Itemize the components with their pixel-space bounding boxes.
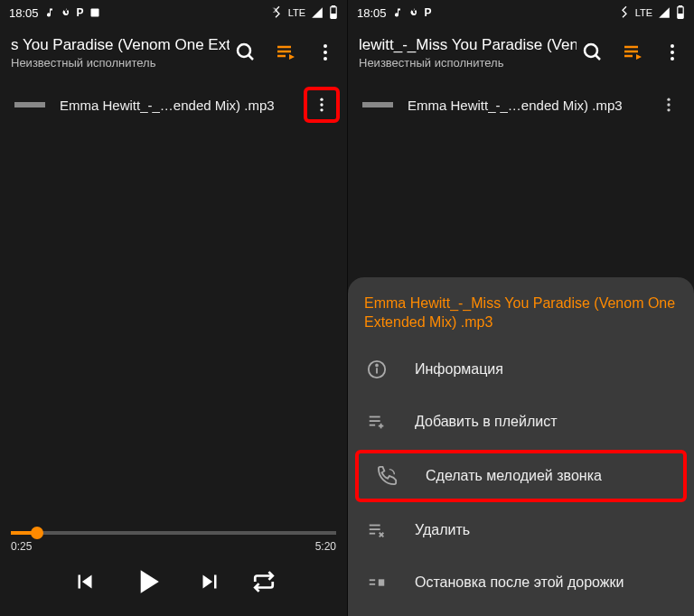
svg-point-4 (238, 44, 250, 57)
header-title: lewitt_-_Miss You Paradise (Ven (359, 36, 577, 54)
menu-label: Удалить (415, 522, 470, 538)
screen-left: 18:05 P LTE s You Paradise (Venom One Ex… (0, 0, 347, 616)
delete-icon (364, 518, 389, 543)
stop-after-icon (364, 570, 389, 595)
playlist-add-icon (364, 409, 389, 434)
svg-rect-44 (379, 579, 384, 585)
playlist-button[interactable] (616, 36, 649, 69)
screen-right: 18:05 P LTE lewitt_-_Miss You Paradise (… (347, 0, 694, 616)
svg-point-25 (671, 57, 674, 61)
svg-rect-16 (679, 5, 681, 7)
image-icon (89, 7, 100, 18)
menu-label: Сделать мелодией звонка (426, 468, 602, 484)
playlist-button[interactable] (269, 36, 302, 69)
vibrate-icon (615, 5, 630, 20)
music-note-icon (44, 7, 55, 18)
search-button[interactable] (577, 36, 609, 69)
network-label: LTE (288, 7, 305, 18)
svg-point-10 (324, 51, 327, 54)
track-thumb (14, 102, 45, 107)
track-thumb (362, 102, 393, 107)
svg-point-24 (671, 51, 674, 54)
svg-point-26 (667, 98, 670, 101)
header-subtitle: Неизвестный исполнитель (11, 56, 230, 70)
more-button[interactable] (309, 36, 342, 69)
player-bar: 0:25 5:20 (0, 524, 347, 616)
status-time: 18:05 (357, 6, 387, 20)
svg-line-5 (249, 55, 253, 60)
seek-thumb[interactable] (31, 527, 43, 539)
search-icon (582, 42, 604, 63)
p-icon: P (77, 6, 84, 19)
info-icon (364, 357, 389, 382)
status-bar: 18:05 P LTE (0, 0, 347, 25)
signal-icon (311, 6, 324, 19)
app-header: lewitt_-_Miss You Paradise (Ven Неизвест… (348, 25, 694, 79)
more-vert-icon (313, 96, 331, 114)
svg-point-31 (376, 365, 378, 367)
search-button[interactable] (230, 36, 262, 69)
track-more-button[interactable] (304, 87, 340, 123)
bottom-sheet: Emma Hewitt_-_Miss You Paradise (Venom O… (348, 277, 694, 616)
signal-icon (658, 6, 671, 19)
more-vert-icon (660, 96, 678, 114)
network-label: LTE (635, 7, 652, 18)
play-button[interactable] (127, 562, 167, 602)
time-duration: 5:20 (315, 540, 336, 553)
playlist-icon (275, 42, 296, 63)
more-vert-icon (314, 42, 336, 63)
playlist-icon (622, 42, 643, 63)
svg-line-19 (596, 55, 600, 60)
svg-point-18 (585, 44, 597, 57)
phone-icon (375, 463, 400, 489)
status-bar: 18:05 P LTE (348, 0, 694, 25)
track-title: Emma Hewitt_-_…ended Mix) .mp3 (60, 98, 304, 113)
svg-rect-3 (332, 14, 336, 18)
skip-next-icon (196, 568, 223, 595)
track-row[interactable]: Emma Hewitt_-_…ended Mix) .mp3 (348, 79, 694, 130)
menu-label: Добавить в плейлист (415, 414, 558, 430)
menu-item-add-playlist[interactable]: Добавить в плейлист (348, 396, 694, 448)
menu-label: Остановка после этой дорожки (415, 574, 624, 591)
more-vert-icon (661, 42, 683, 63)
svg-point-23 (671, 44, 674, 48)
menu-item-delete[interactable]: Удалить (348, 504, 694, 556)
play-icon (127, 562, 167, 602)
track-title: Emma Hewitt_-_…ended Mix) .mp3 (408, 98, 651, 113)
svg-point-14 (320, 108, 323, 111)
sheet-title: Emma Hewitt_-_Miss You Paradise (Venom O… (348, 294, 694, 343)
flame-icon (408, 7, 419, 18)
menu-item-stop-after[interactable]: Остановка после этой дорожки (348, 556, 694, 609)
track-more-button[interactable] (651, 87, 687, 123)
svg-point-12 (320, 98, 323, 101)
more-button[interactable] (656, 36, 689, 69)
seek-bar[interactable] (11, 531, 336, 535)
header-title: s You Paradise (Venom One Exten (11, 36, 230, 54)
header-subtitle: Неизвестный исполнитель (359, 56, 577, 70)
svg-point-13 (320, 103, 323, 106)
prev-button[interactable] (71, 568, 98, 595)
battery-icon (329, 5, 338, 20)
svg-point-27 (667, 103, 670, 106)
svg-rect-2 (332, 5, 334, 7)
svg-point-9 (324, 44, 327, 48)
next-button[interactable] (196, 568, 223, 595)
vibrate-icon (268, 5, 283, 20)
menu-item-info[interactable]: Информация (348, 343, 694, 396)
track-row[interactable]: Emma Hewitt_-_…ended Mix) .mp3 (0, 79, 347, 130)
app-header: s You Paradise (Venom One Exten Неизвест… (0, 25, 347, 79)
repeat-button[interactable] (252, 570, 276, 593)
menu-item-ringtone[interactable]: Сделать мелодией звонка (359, 453, 683, 499)
battery-icon (676, 5, 685, 20)
time-current: 0:25 (11, 540, 32, 553)
music-note-icon (392, 7, 403, 18)
svg-rect-0 (90, 9, 98, 17)
p-icon: P (425, 6, 432, 19)
svg-point-11 (324, 57, 327, 61)
svg-point-28 (667, 108, 670, 111)
repeat-icon (252, 570, 276, 593)
status-time: 18:05 (9, 6, 39, 20)
skip-prev-icon (71, 568, 98, 595)
search-icon (235, 42, 257, 63)
menu-label: Информация (415, 361, 503, 378)
